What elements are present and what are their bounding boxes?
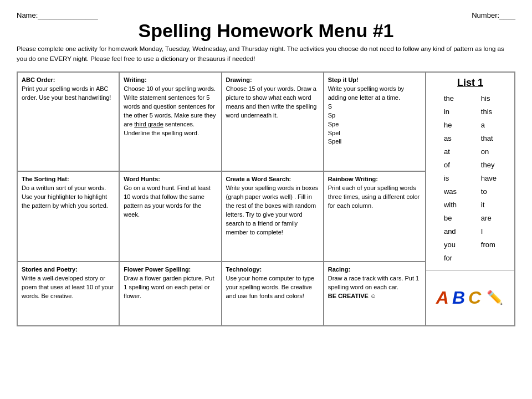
list-section: List 1 the in he as at of is was with be… [426, 72, 515, 270]
cell-technology: Technology: Use your home computer to ty… [222, 262, 324, 325]
list-item: with [444, 198, 457, 212]
cell-body: Go on a word hunt. Find at least 10 word… [124, 185, 211, 218]
list-item: are [481, 212, 497, 225]
cell-title: Rainbow Writing: [328, 176, 378, 182]
activity-grid: ABC Order: Print your spelling words in … [17, 72, 426, 326]
cell-body: Print your spelling words in ABC order. … [22, 85, 111, 101]
cell-title: Technology: [226, 266, 262, 273]
word-col-1: the in he as at of is was with be and yo… [444, 92, 457, 265]
cell-body: Choose 10 of your spelling words. Write … [124, 85, 216, 136]
list-item: on [481, 145, 497, 158]
list-item: you [444, 238, 457, 252]
cell-step-it-up: Step it Up! Write your spelling words by… [324, 72, 426, 171]
cell-word-hunts: Word Hunts: Go on a word hunt. Find at l… [119, 171, 221, 262]
cell-title: Writing: [124, 76, 146, 83]
cell-body: Write your spelling words in boxes (grap… [226, 185, 319, 236]
cell-title: Create a Word Search: [226, 176, 291, 182]
cell-body: Write a well-developed story or poem tha… [22, 275, 114, 299]
cell-title: Word Hunts: [124, 176, 160, 182]
cell-body: Do a written sort of your words. Use you… [22, 185, 108, 209]
list-item: at [444, 145, 457, 158]
cell-body: Draw a flower garden picture. Put 1 spel… [124, 275, 214, 299]
list-item: for [444, 252, 457, 265]
list-item: it [481, 198, 497, 212]
list-item: is [444, 172, 457, 185]
cell-title: Flower Power Spelling: [124, 266, 191, 273]
cell-word-search: Create a Word Search: Write your spellin… [222, 171, 324, 262]
list-item: have [481, 172, 497, 185]
letter-a: A [436, 288, 450, 308]
list-item: to [481, 185, 497, 198]
page-title: Spelling Homework Menu #1 [17, 21, 515, 41]
content-grid: ABC Order: Print your spelling words in … [17, 71, 515, 326]
word-list-sidebar: List 1 the in he as at of is was with be… [426, 72, 515, 326]
cell-body: Use your home computer to type your spel… [226, 275, 315, 299]
list-item: in [444, 105, 457, 119]
list-item: be [444, 212, 457, 225]
cell-title: Drawing: [226, 76, 252, 83]
list-item: they [481, 158, 497, 172]
cell-title: Stories and Poetry: [22, 266, 78, 273]
list-item: this [481, 105, 497, 119]
abc-art-section: A B C ✏️ [426, 270, 515, 326]
letter-c: C [468, 288, 482, 308]
list-title: List 1 [432, 77, 509, 89]
list-item: I [481, 225, 497, 238]
cell-body: Draw a race track with cars. Put 1 spell… [328, 275, 419, 299]
cell-flower-power: Flower Power Spelling: Draw a flower gar… [119, 262, 221, 325]
cell-body: Choose 15 of your words. Draw a picture … [226, 85, 317, 119]
cell-abc-order: ABC Order: Print your spelling words in … [17, 72, 119, 171]
list-item: of [444, 158, 457, 172]
cell-title: Racing: [328, 266, 350, 273]
word-col-2: his this a that on they have to it are I… [481, 92, 497, 265]
abc-art: A B C ✏️ [436, 288, 504, 308]
cell-drawing: Drawing: Choose 15 of your words. Draw a… [222, 72, 324, 171]
list-item: a [481, 119, 497, 132]
list-item: and [444, 225, 457, 238]
word-columns: the in he as at of is was with be and yo… [432, 92, 509, 265]
cell-writing: Writing: Choose 10 of your spelling word… [119, 72, 221, 171]
cell-stories-poetry: Stories and Poetry: Write a well-develop… [17, 262, 119, 325]
name-label: Name:_______________ [17, 11, 98, 19]
letter-b: B [452, 288, 466, 308]
cell-title: ABC Order: [22, 76, 55, 83]
cell-body: Write your spelling words by adding one … [328, 85, 404, 145]
list-item: that [481, 132, 497, 145]
cell-sorting-hat: The Sorting Hat: Do a written sort of yo… [17, 171, 119, 262]
list-item: the [444, 92, 457, 105]
list-item: as [444, 132, 457, 145]
cell-title: Step it Up! [328, 76, 359, 83]
list-item: was [444, 185, 457, 198]
list-item: he [444, 119, 457, 132]
cell-body: Print each of your spelling words three … [328, 185, 420, 209]
number-label: Number:____ [472, 11, 515, 19]
list-item: his [481, 92, 497, 105]
cell-title: The Sorting Hat: [22, 176, 69, 182]
cell-racing: Racing: Draw a race track with cars. Put… [324, 262, 426, 325]
instructions-text: Please complete one activity for homewor… [17, 44, 515, 64]
list-item: from [481, 238, 497, 252]
cell-rainbow-writing: Rainbow Writing: Print each of your spel… [324, 171, 426, 262]
pencil-icon: ✏️ [487, 290, 504, 305]
